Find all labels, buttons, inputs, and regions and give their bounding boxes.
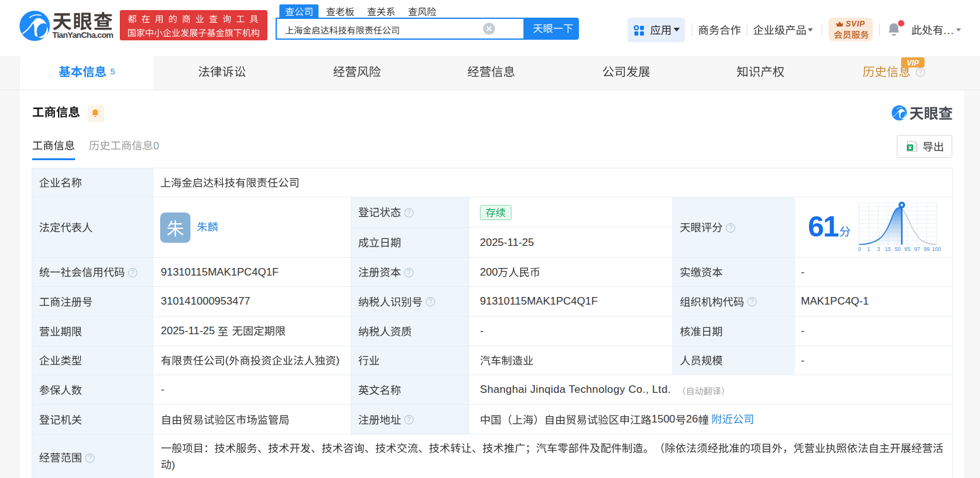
svg-text:?: ? — [407, 208, 411, 216]
svg-text:100: 100 — [932, 246, 942, 252]
svg-text:?: ? — [750, 298, 754, 305]
svg-text:99: 99 — [924, 246, 930, 252]
svg-text:1: 1 — [867, 246, 870, 252]
svg-text:3: 3 — [877, 246, 880, 252]
svg-text:0: 0 — [858, 246, 861, 252]
svg-text:?: ? — [407, 416, 411, 423]
svg-text:?: ? — [131, 268, 135, 276]
svg-text:VIP: VIP — [907, 59, 919, 67]
svg-text:?: ? — [729, 223, 733, 231]
svg-text:15: 15 — [885, 246, 891, 252]
svg-text:85: 85 — [904, 246, 911, 252]
svg-text:?: ? — [919, 68, 923, 76]
svg-text:50: 50 — [895, 246, 901, 252]
svg-text:?: ? — [429, 298, 433, 305]
svg-text:?: ? — [407, 268, 411, 276]
svg-text:TianYanCha.com: TianYanCha.com — [52, 30, 114, 40]
svg-text:97: 97 — [914, 246, 921, 252]
svg-text:?: ? — [88, 453, 92, 461]
